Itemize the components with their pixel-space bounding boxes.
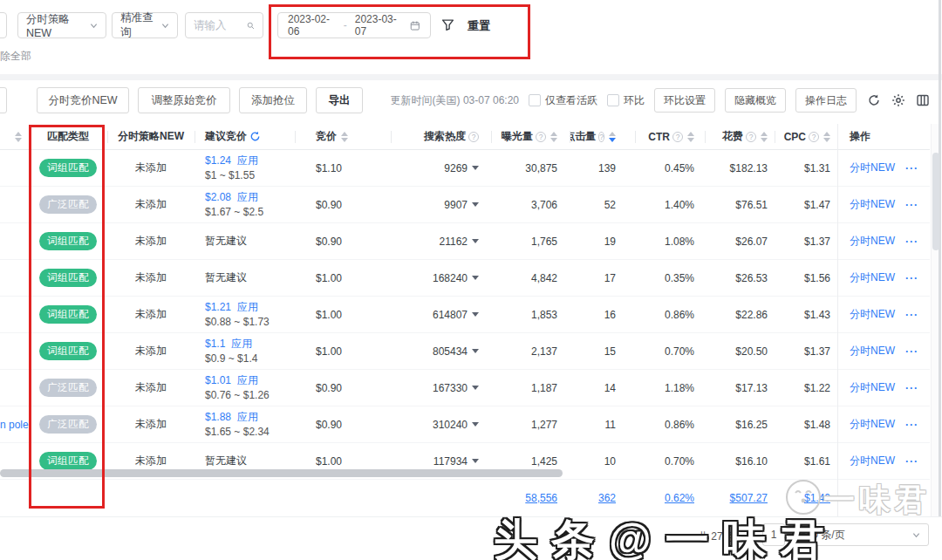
query-mode-select[interactable]: 精准查询 — [112, 12, 178, 38]
checkbox-icon[interactable] — [607, 94, 619, 106]
clear-all-link[interactable]: 除全部 — [0, 49, 31, 64]
more-actions-button[interactable]: ··· — [905, 272, 918, 284]
apply-suggest-link[interactable]: 应用 — [237, 300, 258, 315]
refresh-icon[interactable] — [866, 93, 881, 108]
more-actions-button[interactable]: ··· — [905, 419, 918, 431]
filter-funnel-icon[interactable] — [441, 18, 454, 35]
hourly-new-link[interactable]: 分时NEW — [850, 307, 895, 322]
heat-expand-icon[interactable] — [472, 239, 479, 243]
apply-suggest-link[interactable]: 应用 — [237, 373, 258, 388]
more-actions-button[interactable]: ··· — [905, 345, 918, 358]
sort-carets-icon — [341, 132, 348, 142]
horizontal-scrollbar-thumb[interactable] — [0, 469, 563, 477]
keyword-search-input[interactable]: 请输入 — [185, 12, 263, 38]
refresh-suggest-icon[interactable] — [249, 131, 261, 143]
bid-cell: $1.00 — [295, 297, 391, 332]
column-header-CPC[interactable]: CPC — [775, 124, 837, 149]
bid-cell: $0.90 — [295, 370, 391, 406]
hourly-new-link[interactable]: 分时NEW — [850, 380, 895, 395]
match-type-cell: 词组匹配 — [29, 297, 107, 332]
adjust-original-bid-button[interactable]: 调整原始竞价 — [138, 87, 230, 113]
compare-setting-button[interactable]: 环比设置 — [654, 88, 715, 113]
table-row: 词组匹配未添加$1.21应用$0.88 ~ $1.73$1.006148071,… — [0, 297, 930, 333]
hourly-new-link[interactable]: 分时NEW — [850, 197, 895, 212]
suggest-bid-line: $1.1应用 — [205, 337, 257, 352]
clipped-filter-fragment[interactable] — [0, 12, 7, 38]
apply-suggest-link[interactable]: 应用 — [237, 154, 258, 168]
strategy-filter-select[interactable]: 分时策略NEW — [17, 12, 106, 38]
sort-carets-icon — [15, 132, 22, 142]
keyword-link[interactable]: n pole — [0, 419, 29, 431]
cpc-cell: $1.37 — [775, 333, 837, 369]
hourly-new-link[interactable]: 分时NEW — [850, 234, 895, 249]
column-header-CTR[interactable]: CTR — [635, 124, 705, 149]
column-header-曝光量[interactable]: 曝光量 — [491, 124, 570, 149]
clipped-action-button[interactable] — [0, 87, 7, 113]
match-type-badge: 词组匹配 — [39, 269, 97, 287]
reset-button[interactable]: 重置 — [468, 18, 490, 34]
checkbox-icon[interactable] — [529, 94, 541, 106]
column-separator — [705, 131, 706, 143]
suggest-bid-block: $1.01应用$0.76 ~ $1.26 — [205, 373, 270, 403]
date-start[interactable]: 2023-02-06 — [288, 13, 336, 38]
strategy-cell: 未添加 — [107, 223, 195, 259]
heat-expand-icon[interactable] — [472, 386, 479, 390]
gear-icon[interactable] — [891, 93, 905, 108]
date-end[interactable]: 2023-03-07 — [355, 13, 403, 38]
column-header-花费[interactable]: 花费 — [705, 124, 775, 149]
suggest-range: $0.9 ~ $1.4 — [205, 352, 257, 366]
heat-expand-icon[interactable] — [472, 166, 479, 170]
hourly-new-link[interactable]: 分时NEW — [850, 417, 895, 432]
date-range-picker[interactable]: 2023-02-06 - 2023-03-07 — [277, 12, 431, 38]
sort-carets-icon — [550, 132, 557, 142]
match-type-badge: 词组匹配 — [39, 159, 97, 177]
column-header-建议竞价[interactable]: 建议竞价 — [195, 124, 295, 149]
match-type-cell: 词组匹配 — [29, 260, 107, 296]
suggest-bid-block: $1.1应用$0.9 ~ $1.4 — [205, 337, 257, 366]
apply-suggest-link[interactable]: 应用 — [237, 190, 258, 205]
column-header-竞价[interactable]: 竞价 — [295, 124, 391, 149]
more-actions-button[interactable]: ··· — [905, 236, 918, 248]
suggest-range: $0.88 ~ $1.73 — [205, 315, 270, 330]
only-active-checkbox[interactable]: 仅查看活跃 — [529, 93, 597, 108]
column-settings-icon[interactable] — [915, 93, 930, 108]
more-actions-button[interactable]: ··· — [905, 199, 918, 211]
more-actions-button[interactable]: ··· — [905, 162, 918, 174]
operation-log-button[interactable]: 操作日志 — [795, 88, 857, 113]
cpc-cell: $1.37 — [775, 223, 837, 259]
hourly-new-link[interactable]: 分时NEW — [850, 160, 895, 175]
vertical-scrollbar-thumb[interactable] — [932, 153, 939, 250]
search-heat-value: 21162 — [440, 236, 468, 248]
column-header-点击量[interactable]: 点击量 — [570, 124, 635, 149]
add-position-button[interactable]: 添加抢位 — [239, 87, 307, 113]
heat-expand-icon[interactable] — [472, 202, 479, 207]
heat-expand-icon[interactable] — [472, 349, 479, 353]
hide-overview-button[interactable]: 隐藏概览 — [725, 88, 786, 113]
heat-expand-icon[interactable] — [472, 276, 479, 280]
apply-suggest-link[interactable]: 应用 — [237, 410, 258, 425]
heat-expand-icon[interactable] — [472, 459, 479, 463]
column-header-label: 点击量 — [570, 129, 596, 144]
search-heat-cell: 614807 — [391, 297, 491, 332]
operation-cell: 分时NEW··· — [837, 406, 930, 442]
apply-suggest-link[interactable]: 应用 — [231, 337, 252, 352]
search-heat-cell: 805434 — [391, 333, 491, 369]
hourly-new-link[interactable]: 分时NEW — [850, 270, 895, 285]
hourly-new-link[interactable]: 分时NEW — [850, 454, 895, 468]
hourly-bidding-button[interactable]: 分时竞价NEW — [37, 87, 129, 113]
match-type-badge: 词组匹配 — [39, 305, 97, 324]
hourly-new-link[interactable]: 分时NEW — [850, 344, 895, 359]
heat-expand-icon[interactable] — [472, 422, 479, 427]
more-actions-button[interactable]: ··· — [905, 455, 918, 468]
column-header-select[interactable] — [0, 124, 29, 149]
more-actions-button[interactable]: ··· — [905, 309, 918, 321]
export-button[interactable]: 导出 — [316, 87, 363, 113]
compare-checkbox[interactable]: 环比 — [607, 93, 645, 108]
more-actions-button[interactable]: ··· — [905, 382, 918, 394]
search-icon[interactable] — [247, 22, 255, 30]
operation-cell: 分时NEW··· — [837, 333, 930, 369]
suggest-bid-cell: 暂无建议 — [195, 223, 295, 259]
suggest-price: $1.88 — [205, 410, 231, 425]
search-heat-cell: 168240 — [391, 260, 491, 296]
heat-expand-icon[interactable] — [472, 312, 479, 317]
